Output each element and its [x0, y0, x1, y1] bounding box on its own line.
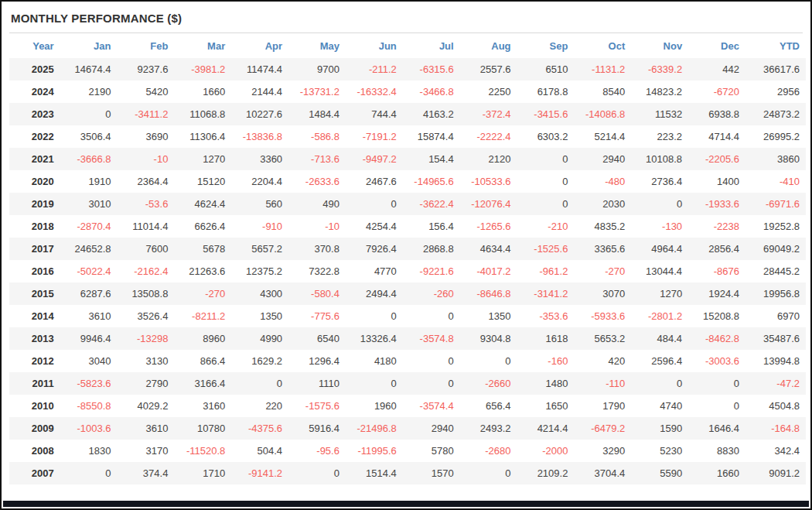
value-cell: 6178.8 [517, 80, 575, 103]
year-cell: 2010 [9, 395, 60, 417]
value-cell: -14965.6 [403, 170, 460, 193]
column-header-jun: Jun [346, 33, 403, 58]
table-row: 20223506.4369011306.4-13836.8-586.8-7191… [9, 125, 806, 148]
table-row: 2016-5022.4-2162.421263.612375.27322.847… [9, 260, 806, 282]
year-cell: 2008 [9, 440, 60, 462]
value-cell: -4017.2 [460, 260, 517, 282]
value-cell: 10780 [174, 417, 231, 440]
table-row: 202019102364.4151202204.4-2633.62467.6-1… [9, 170, 806, 193]
value-cell: 1570 [403, 462, 460, 484]
value-cell: 1830 [60, 440, 118, 462]
value-cell: 2940 [403, 417, 460, 440]
value-cell: 0 [60, 462, 118, 484]
year-cell: 2020 [9, 170, 60, 193]
value-cell: -3415.6 [517, 103, 575, 125]
value-cell: -1575.6 [288, 395, 346, 417]
value-cell: 0 [346, 305, 403, 327]
column-header-oct: Oct [574, 33, 631, 58]
year-cell: 2016 [9, 260, 60, 282]
value-cell: 5678 [174, 238, 231, 260]
value-cell: -270 [574, 260, 631, 282]
year-cell: 2025 [9, 58, 60, 80]
value-cell: 1660 [174, 80, 231, 103]
value-cell: -3411.2 [118, 103, 175, 125]
header-row: YearJanFebMarAprMayJunJulAugSepOctNovDec… [9, 33, 806, 58]
value-cell: 0 [688, 395, 745, 417]
value-cell: -6339.2 [631, 58, 688, 80]
value-cell: 15874.4 [403, 125, 460, 148]
table-row: 20156287.613508.8-2704300-580.42494.4-26… [9, 282, 806, 305]
value-cell: -164.8 [745, 417, 806, 440]
value-cell: 3010 [60, 193, 118, 215]
value-cell: -8676 [688, 260, 745, 282]
value-cell: 744.4 [346, 103, 403, 125]
value-cell: 3360 [231, 148, 288, 170]
value-cell: -110 [574, 372, 631, 395]
value-cell: 3365.6 [574, 238, 631, 260]
value-cell: 0 [517, 193, 575, 215]
value-cell: 3526.4 [118, 305, 175, 327]
value-cell: 11306.4 [174, 125, 231, 148]
value-cell: -6479.2 [574, 417, 631, 440]
value-cell: -2633.6 [288, 170, 346, 193]
value-cell: 0 [460, 462, 517, 484]
value-cell: 1270 [631, 282, 688, 305]
value-cell: 1650 [517, 395, 575, 417]
column-header-year: Year [9, 33, 60, 58]
value-cell: -8646.8 [460, 282, 517, 305]
value-cell: 0 [688, 372, 745, 395]
value-cell: 6970 [745, 305, 806, 327]
value-cell: 5916.4 [288, 417, 346, 440]
year-cell: 2007 [9, 462, 60, 484]
column-header-nov: Nov [631, 33, 688, 58]
value-cell: 3070 [574, 282, 631, 305]
value-cell: 11014.4 [118, 215, 175, 238]
value-cell: 656.4 [460, 395, 517, 417]
value-cell: 156.4 [403, 215, 460, 238]
value-cell: 3506.4 [60, 125, 118, 148]
widget-title: MONTHLY PERFORMANCE ($) [2, 2, 810, 33]
value-cell: -9221.6 [403, 260, 460, 282]
value-cell: 1350 [231, 305, 288, 327]
value-cell: 4740 [631, 395, 688, 417]
value-cell: 9946.4 [60, 327, 118, 350]
value-cell: 35487.6 [745, 327, 806, 350]
value-cell: 3130 [118, 350, 175, 372]
value-cell: -8211.2 [174, 305, 231, 327]
column-header-may: May [288, 33, 346, 58]
value-cell: -13836.8 [231, 125, 288, 148]
value-cell: -9497.2 [346, 148, 403, 170]
value-cell: -8550.8 [60, 395, 118, 417]
value-cell: -775.6 [288, 305, 346, 327]
value-cell: 1480 [517, 372, 575, 395]
value-cell: -2222.4 [460, 125, 517, 148]
year-cell: 2014 [9, 305, 60, 327]
value-cell: 0 [346, 193, 403, 215]
value-cell: 1270 [174, 148, 231, 170]
value-cell: 5214.4 [574, 125, 631, 148]
value-cell: 4180 [346, 350, 403, 372]
value-cell: 490 [288, 193, 346, 215]
year-cell: 2022 [9, 125, 60, 148]
value-cell: 3170 [118, 440, 175, 462]
value-cell: 6287.6 [60, 282, 118, 305]
value-cell: 2109.2 [517, 462, 575, 484]
value-cell: 4770 [346, 260, 403, 282]
value-cell: -3003.6 [688, 350, 745, 372]
value-cell: 4254.4 [346, 215, 403, 238]
value-cell: 1484.4 [288, 103, 346, 125]
value-cell: 14674.4 [60, 58, 118, 80]
value-cell: -5933.6 [574, 305, 631, 327]
value-cell: -130 [631, 215, 688, 238]
value-cell: -2205.6 [688, 148, 745, 170]
year-cell: 2019 [9, 193, 60, 215]
value-cell: 223.2 [631, 125, 688, 148]
table-row: 20070374.41710-9141.201514.4157002109.23… [9, 462, 806, 484]
value-cell: 2030 [574, 193, 631, 215]
value-cell: 19956.8 [745, 282, 806, 305]
column-header-jan: Jan [60, 33, 118, 58]
value-cell: -14086.8 [574, 103, 631, 125]
value-cell: -160 [517, 350, 575, 372]
value-cell: 6510 [517, 58, 575, 80]
table-row: 200818303170-11520.8504.4-95.6-11995.657… [9, 440, 806, 462]
